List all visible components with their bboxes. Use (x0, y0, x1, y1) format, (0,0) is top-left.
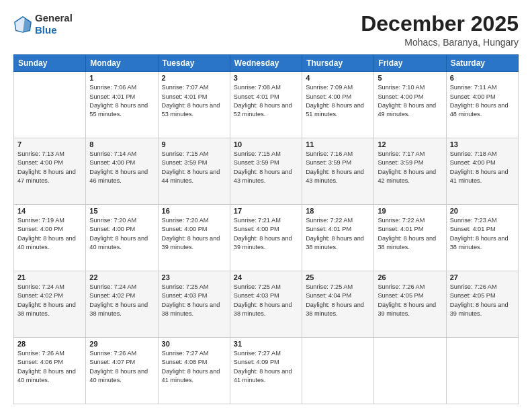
day-number: 12 (378, 140, 442, 148)
calendar-header-row: SundayMondayTuesdayWednesdayThursdayFrid… (14, 55, 519, 72)
calendar-cell: 3Sunrise: 7:08 AM Sunset: 4:01 PM Daylig… (230, 72, 302, 138)
day-info: Sunrise: 7:19 AM Sunset: 4:00 PM Dayligh… (17, 216, 82, 252)
day-number: 27 (450, 273, 515, 281)
logo: General Blue (13, 12, 73, 36)
day-info: Sunrise: 7:25 AM Sunset: 4:04 PM Dayligh… (306, 283, 370, 318)
day-info: Sunrise: 7:09 AM Sunset: 4:00 PM Dayligh… (306, 83, 370, 119)
day-number: 15 (89, 207, 154, 215)
day-number: 13 (450, 140, 515, 148)
calendar-cell: 18Sunrise: 7:22 AM Sunset: 4:01 PM Dayli… (302, 205, 374, 271)
day-number: 30 (162, 340, 226, 348)
day-info: Sunrise: 7:20 AM Sunset: 4:00 PM Dayligh… (89, 216, 154, 252)
calendar-cell: 9Sunrise: 7:15 AM Sunset: 3:59 PM Daylig… (158, 138, 230, 205)
calendar-cell: 28Sunrise: 7:26 AM Sunset: 4:06 PM Dayli… (14, 338, 86, 404)
weekday-header: Thursday (302, 55, 374, 72)
calendar-cell (446, 338, 518, 404)
day-number: 4 (306, 74, 370, 82)
logo-text: General Blue (35, 12, 73, 36)
day-number: 3 (234, 74, 298, 82)
calendar-cell: 10Sunrise: 7:15 AM Sunset: 3:59 PM Dayli… (230, 138, 302, 205)
day-number: 8 (89, 140, 154, 148)
day-number: 18 (306, 207, 370, 215)
page: General Blue December 2025 Mohacs, Baran… (0, 0, 532, 411)
calendar-cell (374, 338, 446, 404)
day-info: Sunrise: 7:26 AM Sunset: 4:07 PM Dayligh… (89, 349, 154, 385)
weekday-header: Tuesday (158, 55, 230, 72)
day-number: 1 (89, 74, 154, 82)
day-number: 24 (234, 273, 298, 281)
weekday-header: Wednesday (230, 55, 302, 72)
calendar-cell (302, 338, 374, 404)
day-number: 5 (378, 74, 442, 82)
day-info: Sunrise: 7:26 AM Sunset: 4:05 PM Dayligh… (378, 283, 442, 318)
day-number: 25 (306, 273, 370, 281)
day-number: 22 (89, 273, 154, 281)
day-info: Sunrise: 7:17 AM Sunset: 3:59 PM Dayligh… (378, 150, 442, 185)
day-info: Sunrise: 7:24 AM Sunset: 4:02 PM Dayligh… (89, 283, 154, 318)
day-info: Sunrise: 7:24 AM Sunset: 4:02 PM Dayligh… (17, 283, 82, 318)
calendar-week-row: 7Sunrise: 7:13 AM Sunset: 4:00 PM Daylig… (14, 138, 519, 205)
calendar-cell: 30Sunrise: 7:27 AM Sunset: 4:08 PM Dayli… (158, 338, 230, 404)
day-number: 20 (450, 207, 515, 215)
day-info: Sunrise: 7:15 AM Sunset: 3:59 PM Dayligh… (162, 150, 226, 185)
calendar-table: SundayMondayTuesdayWednesdayThursdayFrid… (13, 54, 519, 404)
calendar-cell: 5Sunrise: 7:10 AM Sunset: 4:00 PM Daylig… (374, 72, 446, 138)
day-info: Sunrise: 7:18 AM Sunset: 4:00 PM Dayligh… (450, 150, 515, 185)
day-number: 23 (162, 273, 226, 281)
weekday-header: Friday (374, 55, 446, 72)
calendar-cell: 19Sunrise: 7:22 AM Sunset: 4:01 PM Dayli… (374, 205, 446, 271)
calendar-week-row: 21Sunrise: 7:24 AM Sunset: 4:02 PM Dayli… (14, 271, 519, 338)
calendar-cell: 23Sunrise: 7:25 AM Sunset: 4:03 PM Dayli… (158, 271, 230, 338)
day-number: 31 (234, 340, 298, 348)
calendar-cell: 4Sunrise: 7:09 AM Sunset: 4:00 PM Daylig… (302, 72, 374, 138)
calendar-cell: 29Sunrise: 7:26 AM Sunset: 4:07 PM Dayli… (86, 338, 158, 404)
calendar-cell: 1Sunrise: 7:06 AM Sunset: 4:01 PM Daylig… (86, 72, 158, 138)
weekday-header: Monday (86, 55, 158, 72)
day-info: Sunrise: 7:25 AM Sunset: 4:03 PM Dayligh… (234, 283, 298, 318)
day-info: Sunrise: 7:11 AM Sunset: 4:00 PM Dayligh… (450, 83, 515, 119)
calendar-cell: 25Sunrise: 7:25 AM Sunset: 4:04 PM Dayli… (302, 271, 374, 338)
header: General Blue December 2025 Mohacs, Baran… (13, 12, 519, 48)
calendar-cell: 22Sunrise: 7:24 AM Sunset: 4:02 PM Dayli… (86, 271, 158, 338)
day-info: Sunrise: 7:22 AM Sunset: 4:01 PM Dayligh… (306, 216, 370, 252)
day-number: 10 (234, 140, 298, 148)
day-info: Sunrise: 7:14 AM Sunset: 4:00 PM Dayligh… (89, 150, 154, 185)
calendar-cell: 11Sunrise: 7:16 AM Sunset: 3:59 PM Dayli… (302, 138, 374, 205)
day-number: 7 (17, 140, 82, 148)
day-number: 17 (234, 207, 298, 215)
calendar-cell: 17Sunrise: 7:21 AM Sunset: 4:00 PM Dayli… (230, 205, 302, 271)
day-number: 21 (17, 273, 82, 281)
calendar-cell: 12Sunrise: 7:17 AM Sunset: 3:59 PM Dayli… (374, 138, 446, 205)
calendar-cell: 21Sunrise: 7:24 AM Sunset: 4:02 PM Dayli… (14, 271, 86, 338)
calendar-cell: 6Sunrise: 7:11 AM Sunset: 4:00 PM Daylig… (446, 72, 518, 138)
calendar-cell: 16Sunrise: 7:20 AM Sunset: 4:00 PM Dayli… (158, 205, 230, 271)
main-title: December 2025 (361, 12, 519, 36)
calendar-week-row: 28Sunrise: 7:26 AM Sunset: 4:06 PM Dayli… (14, 338, 519, 404)
calendar-cell: 20Sunrise: 7:23 AM Sunset: 4:01 PM Dayli… (446, 205, 518, 271)
day-info: Sunrise: 7:20 AM Sunset: 4:00 PM Dayligh… (162, 216, 226, 252)
day-info: Sunrise: 7:08 AM Sunset: 4:01 PM Dayligh… (234, 83, 298, 119)
day-number: 6 (450, 74, 515, 82)
day-info: Sunrise: 7:26 AM Sunset: 4:05 PM Dayligh… (450, 283, 515, 318)
title-block: December 2025 Mohacs, Baranya, Hungary (361, 12, 519, 48)
day-info: Sunrise: 7:25 AM Sunset: 4:03 PM Dayligh… (162, 283, 226, 318)
calendar-cell (14, 72, 86, 138)
calendar-week-row: 1Sunrise: 7:06 AM Sunset: 4:01 PM Daylig… (14, 72, 519, 138)
day-info: Sunrise: 7:06 AM Sunset: 4:01 PM Dayligh… (89, 83, 154, 119)
day-info: Sunrise: 7:16 AM Sunset: 3:59 PM Dayligh… (306, 150, 370, 185)
day-number: 2 (162, 74, 226, 82)
day-number: 11 (306, 140, 370, 148)
calendar-cell: 15Sunrise: 7:20 AM Sunset: 4:00 PM Dayli… (86, 205, 158, 271)
day-info: Sunrise: 7:13 AM Sunset: 4:00 PM Dayligh… (17, 150, 82, 185)
calendar-cell: 8Sunrise: 7:14 AM Sunset: 4:00 PM Daylig… (86, 138, 158, 205)
calendar-cell: 13Sunrise: 7:18 AM Sunset: 4:00 PM Dayli… (446, 138, 518, 205)
day-info: Sunrise: 7:26 AM Sunset: 4:06 PM Dayligh… (17, 349, 82, 385)
calendar-week-row: 14Sunrise: 7:19 AM Sunset: 4:00 PM Dayli… (14, 205, 519, 271)
day-info: Sunrise: 7:22 AM Sunset: 4:01 PM Dayligh… (378, 216, 442, 252)
day-number: 14 (17, 207, 82, 215)
day-number: 28 (17, 340, 82, 348)
subtitle: Mohacs, Baranya, Hungary (361, 37, 519, 48)
calendar-cell: 24Sunrise: 7:25 AM Sunset: 4:03 PM Dayli… (230, 271, 302, 338)
day-number: 19 (378, 207, 442, 215)
calendar-cell: 27Sunrise: 7:26 AM Sunset: 4:05 PM Dayli… (446, 271, 518, 338)
